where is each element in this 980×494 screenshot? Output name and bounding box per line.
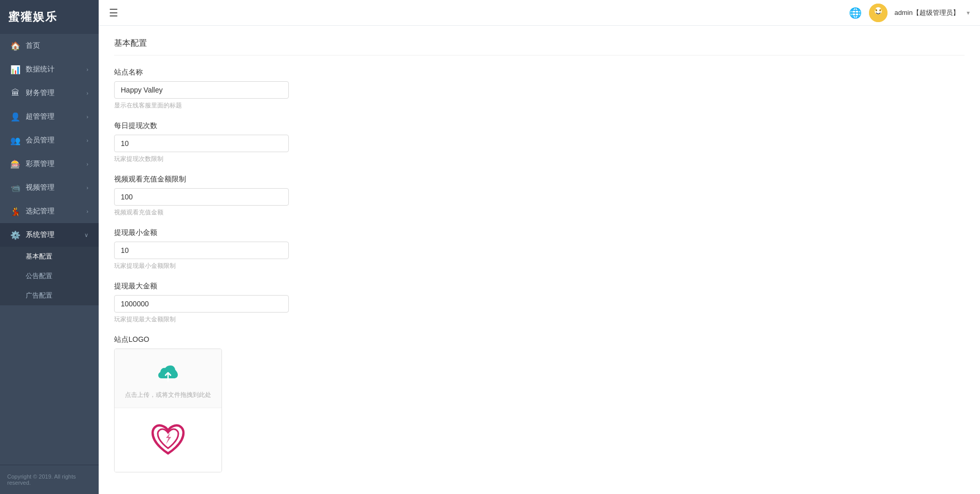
lottery-icon: 🎰 xyxy=(10,159,21,169)
gear-icon: ⚙️ xyxy=(10,230,21,240)
input-video-recharge-limit[interactable] xyxy=(114,188,289,206)
sidebar-nav: 🏠 首页 📊 数据统计 › 🏛 财务管理 › 👤 超管管理 › 👥 会员管理 › xyxy=(0,34,99,465)
field-max-withdraw: 提现最大金额 玩家提现最大金额限制 xyxy=(114,282,965,324)
hint-min-withdraw: 玩家提现最小金额限制 xyxy=(114,262,965,270)
content-area: 基本配置 站点名称 显示在线客服里面的标题 每日提现次数 玩家提现次数限制 视频… xyxy=(99,26,980,494)
svg-point-6 xyxy=(874,8,876,10)
sidebar-item-label: 视频管理 xyxy=(26,183,86,192)
upload-hint-text: 点击上传，或将文件拖拽到此处 xyxy=(125,391,211,399)
sidebar-item-label: 选妃管理 xyxy=(26,207,86,216)
sidebar-item-lottery[interactable]: 🎰 彩票管理 › xyxy=(0,152,99,176)
field-site-name: 站点名称 显示在线客服里面的标题 xyxy=(114,68,965,110)
sidebar-item-system[interactable]: ⚙️ 系统管理 ∨ xyxy=(0,223,99,247)
input-daily-withdraw[interactable] xyxy=(114,135,289,152)
hint-video-recharge-limit: 视频观看充值金额 xyxy=(114,208,965,217)
header-left: ☰ xyxy=(109,7,118,19)
sidebar-item-label: 会员管理 xyxy=(26,136,86,145)
dance-icon: 💃 xyxy=(10,206,21,216)
sidebar-item-concubine[interactable]: 💃 选妃管理 › xyxy=(0,199,99,223)
header-right: 🌐 admin【超级管理员】 ▾ xyxy=(849,4,970,22)
label-site-name: 站点名称 xyxy=(114,68,965,77)
sidebar-item-video[interactable]: 📹 视频管理 › xyxy=(0,176,99,199)
sidebar-item-label: 彩票管理 xyxy=(26,159,86,169)
chevron-right-icon: › xyxy=(86,161,88,167)
sidebar-item-basic-config[interactable]: 基本配置 xyxy=(0,247,99,266)
upload-area[interactable]: 点击上传，或将文件拖拽到此处 xyxy=(115,349,221,408)
sidebar-item-label: 数据统计 xyxy=(26,65,86,74)
label-video-recharge-limit: 视频观看充值金额限制 xyxy=(114,175,965,184)
users-icon: 👥 xyxy=(10,135,21,145)
logo-preview-area xyxy=(115,408,221,472)
chevron-right-icon: › xyxy=(86,137,88,143)
sidebar-item-member[interactable]: 👥 会员管理 › xyxy=(0,129,99,152)
avatar[interactable] xyxy=(869,4,887,22)
header: ☰ 🌐 admin【超级管理员】 ▾ xyxy=(99,0,980,26)
svg-point-7 xyxy=(880,8,882,10)
page-title: 基本配置 xyxy=(114,38,965,56)
label-min-withdraw: 提现最小金额 xyxy=(114,228,965,237)
sidebar-item-super-admin[interactable]: 👤 超管管理 › xyxy=(0,105,99,129)
sidebar-item-data-stats[interactable]: 📊 数据统计 › xyxy=(0,58,99,81)
user-icon: 👤 xyxy=(10,112,21,122)
field-site-logo: 站点LOGO 点击上传，或将文件拖拽到此处 xyxy=(114,335,965,472)
chevron-right-icon: › xyxy=(86,185,88,191)
hint-site-name: 显示在线客服里面的标题 xyxy=(114,101,965,110)
svg-point-4 xyxy=(876,10,877,11)
input-site-name[interactable] xyxy=(114,81,289,99)
user-dropdown-arrow[interactable]: ▾ xyxy=(967,9,970,16)
field-min-withdraw: 提现最小金额 玩家提现最小金额限制 xyxy=(114,228,965,270)
field-daily-withdraw: 每日提现次数 玩家提现次数限制 xyxy=(114,121,965,163)
main-wrapper: ☰ 🌐 admin【超级管理员】 ▾ 基本 xyxy=(99,0,980,494)
input-max-withdraw[interactable] xyxy=(114,295,289,313)
system-sub-nav: 基本配置 公告配置 广告配置 xyxy=(0,247,99,305)
label-site-logo: 站点LOGO xyxy=(114,335,965,344)
hint-max-withdraw: 玩家提现最大金额限制 xyxy=(114,315,965,324)
globe-icon[interactable]: 🌐 xyxy=(849,7,862,19)
video-icon: 📹 xyxy=(10,182,21,193)
svg-point-5 xyxy=(879,10,880,11)
home-icon: 🏠 xyxy=(10,41,21,51)
sidebar-logo: 蜜獾娱乐 xyxy=(0,0,99,34)
input-min-withdraw[interactable] xyxy=(114,242,289,259)
sidebar-item-label: 系统管理 xyxy=(26,230,84,240)
label-max-withdraw: 提现最大金额 xyxy=(114,282,965,291)
logo-upload-box: 点击上传，或将文件拖拽到此处 xyxy=(114,349,222,472)
sidebar-item-home[interactable]: 🏠 首页 xyxy=(0,34,99,58)
user-label[interactable]: admin【超级管理员】 xyxy=(895,8,959,17)
chevron-right-icon: › xyxy=(86,114,88,120)
chevron-right-icon: › xyxy=(86,90,88,96)
menu-toggle-button[interactable]: ☰ xyxy=(109,7,118,19)
upload-cloud-icon xyxy=(125,361,211,387)
sidebar-footer: Copyright © 2019. All rights reserved. xyxy=(0,465,99,494)
chevron-right-icon: › xyxy=(86,208,88,214)
sidebar-item-label: 首页 xyxy=(26,41,88,50)
sidebar: 蜜獾娱乐 🏠 首页 📊 数据统计 › 🏛 财务管理 › 👤 超管管理 › 👥 会… xyxy=(0,0,99,494)
chart-icon: 📊 xyxy=(10,64,21,75)
hint-daily-withdraw: 玩家提现次数限制 xyxy=(114,155,965,163)
sidebar-item-label: 超管管理 xyxy=(26,112,86,121)
sidebar-item-finance[interactable]: 🏛 财务管理 › xyxy=(0,81,99,105)
chevron-down-icon: ∨ xyxy=(84,232,88,239)
chevron-right-icon: › xyxy=(86,66,88,72)
sidebar-item-label: 财务管理 xyxy=(26,88,86,98)
bank-icon: 🏛 xyxy=(10,88,21,98)
label-daily-withdraw: 每日提现次数 xyxy=(114,121,965,131)
sidebar-item-announcement-config[interactable]: 公告配置 xyxy=(0,266,99,286)
logo-image xyxy=(147,418,189,460)
field-video-recharge-limit: 视频观看充值金额限制 视频观看充值金额 xyxy=(114,175,965,217)
sidebar-item-ad-config[interactable]: 广告配置 xyxy=(0,286,99,305)
